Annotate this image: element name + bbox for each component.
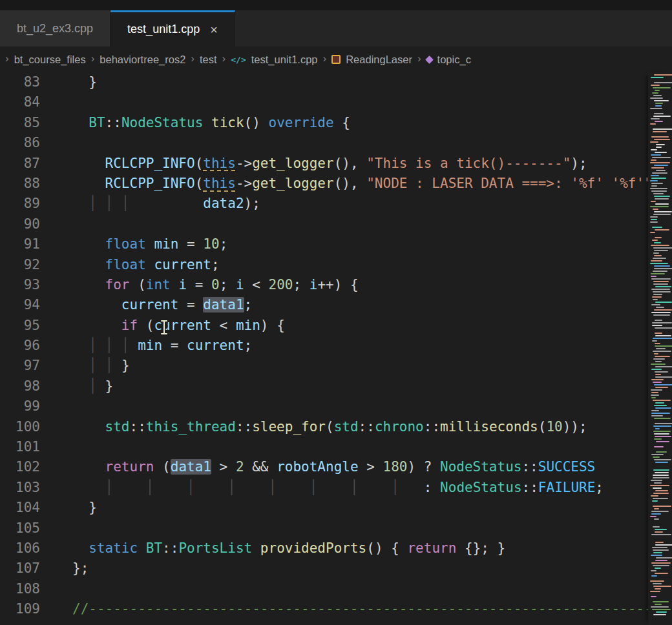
- code-token: [171, 277, 179, 292]
- code-token: [72, 156, 105, 171]
- minimap-line: [651, 397, 656, 398]
- minimap-line: [651, 570, 656, 571]
- code-token: 200: [269, 277, 293, 292]
- code-line[interactable]: 83 }: [0, 72, 648, 92]
- code-line[interactable]: 87 RCLCPP_INFO(this->get_logger(), "This…: [0, 154, 648, 174]
- minimap-line: [651, 413, 671, 414]
- code-token: get_logger: [252, 156, 333, 171]
- code-token: milliseconds: [440, 419, 538, 435]
- minimap-line: [654, 405, 667, 406]
- code-token: (): [244, 115, 269, 130]
- minimap-line: [651, 369, 661, 370]
- minimap[interactable]: [648, 72, 672, 625]
- minimap-line: [651, 389, 662, 391]
- breadcrumb-item[interactable]: behaviortree_ros2: [100, 54, 185, 66]
- minimap-line: [655, 568, 662, 569]
- breadcrumb-item[interactable]: bt_course_files: [14, 54, 86, 66]
- editor[interactable]: 83 }8485 BT::NodeStatus tick() override …: [0, 72, 672, 625]
- chevron-right-icon: ›: [222, 52, 226, 65]
- code-line[interactable]: 99: [0, 396, 648, 416]
- minimap-line: [655, 462, 668, 463]
- code-text: │ │ │ │ │ │ │ │ : NodeStatus::FAILURE;: [72, 478, 604, 498]
- code-token: }: [72, 500, 97, 515]
- code-line[interactable]: 89 │ │ │ data2);: [0, 194, 648, 214]
- line-number: 101: [0, 437, 40, 457]
- minimap-line: [652, 157, 671, 158]
- code-line[interactable]: 93 for (int i = 0; i < 200; i++) {: [0, 275, 648, 295]
- minimap-line: [655, 198, 669, 200]
- code-token: [72, 115, 89, 130]
- code-line[interactable]: 100 std::this_thread::sleep_for(std::chr…: [0, 417, 648, 437]
- code-line[interactable]: 84: [0, 92, 648, 112]
- breadcrumb-item[interactable]: test: [200, 54, 217, 66]
- code-line[interactable]: 86: [0, 133, 648, 153]
- code-line[interactable]: 85 BT::NodeStatus tick() override {: [0, 113, 648, 133]
- code-token: │: [391, 480, 399, 495]
- minimap-line: [655, 560, 667, 561]
- code-line[interactable]: 106 static BT::PortsList providedPorts()…: [0, 538, 648, 558]
- code-line[interactable]: 103 │ │ │ │ │ │ │ │ : NodeStatus::FAILUR…: [0, 478, 648, 498]
- code-token: ;: [220, 277, 236, 292]
- minimap-line: [648, 539, 672, 540]
- minimap-line: [648, 449, 672, 450]
- close-icon[interactable]: ×: [210, 23, 218, 36]
- code-token: int: [146, 277, 171, 292]
- code-line[interactable]: 105: [0, 518, 648, 538]
- code-token: }: [105, 378, 114, 394]
- code-line[interactable]: 101: [0, 437, 648, 457]
- code-token: }: [121, 358, 130, 373]
- code-text: RCLCPP_INFO(this->get_logger(), "NODE : …: [72, 174, 648, 194]
- minimap-line: [653, 214, 671, 215]
- code-line[interactable]: 107};: [0, 558, 648, 579]
- minimap-line: [651, 175, 660, 176]
- code-line[interactable]: 96 │ │ │ min = current;: [0, 336, 648, 356]
- code-token: ) {: [260, 318, 285, 333]
- code-token: this_thread: [146, 419, 236, 435]
- minimap-line: [653, 131, 667, 132]
- code-token: providedPorts: [260, 540, 366, 556]
- minimap-line: [651, 154, 661, 156]
- minimap-line: [654, 100, 669, 101]
- minimap-line: [655, 472, 669, 473]
- code-line[interactable]: 104 }: [0, 498, 648, 518]
- breadcrumb-item[interactable]: topic_c: [437, 54, 471, 66]
- breadcrumb-item[interactable]: test_unit1.cpp: [251, 54, 318, 66]
- code-line[interactable]: 98 │ }: [0, 376, 648, 396]
- minimap-line: [654, 165, 668, 166]
- code-token: <: [244, 277, 269, 292]
- code-line[interactable]: 91 float min = 10;: [0, 234, 648, 254]
- code-line[interactable]: 95 if (current < min) {: [0, 316, 648, 336]
- code-line[interactable]: 102 return (data1 > 2 && robotAngle > 18…: [0, 457, 648, 477]
- chevron-right-icon: ›: [191, 52, 194, 65]
- code-token: (),: [334, 156, 367, 171]
- code-line[interactable]: 94 current = data1;: [0, 295, 648, 315]
- tab-bt-u2-ex3[interactable]: bt_u2_ex3.cpp: [0, 10, 110, 46]
- code-text: BT::NodeStatus tick() override {: [72, 113, 350, 133]
- minimap-line: [653, 209, 658, 210]
- code-line[interactable]: 88 RCLCPP_INFO(this->get_logger(), "NODE…: [0, 174, 648, 194]
- code-token: 10: [546, 419, 562, 435]
- minimap-line: [653, 291, 671, 292]
- minimap-line: [655, 376, 672, 378]
- code-line[interactable]: 97 │ │ }: [0, 356, 648, 376]
- code-line[interactable]: 90: [0, 214, 648, 234]
- code-line[interactable]: 109//-----------------------------------…: [0, 599, 648, 619]
- minimap-line: [654, 309, 672, 311]
- code-line[interactable]: 92 float current;: [0, 255, 648, 275]
- minimap-line: [654, 518, 660, 520]
- code-token: ;: [220, 236, 228, 252]
- minimap-line: [648, 537, 672, 538]
- minimap-line: [655, 588, 661, 589]
- minimap-line: [653, 477, 669, 478]
- code-token: this: [203, 156, 236, 171]
- tab-test-unit1[interactable]: test_unit1.cpp ×: [110, 10, 235, 46]
- minimap-line: [655, 152, 667, 153]
- minimap-line: [648, 79, 672, 81]
- breadcrumb-item[interactable]: ReadingLaser: [346, 54, 412, 66]
- code-token: );: [571, 156, 587, 171]
- code-line[interactable]: 108: [0, 579, 648, 599]
- code-token: >: [211, 459, 236, 475]
- code-token: [72, 419, 105, 435]
- code-token: {: [334, 115, 350, 130]
- minimap-line: [653, 87, 671, 88]
